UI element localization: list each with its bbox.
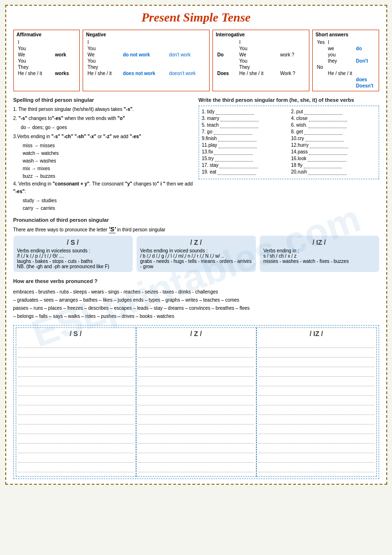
rule-3-buzz: buzz → buzzes (23, 173, 194, 180)
write-line-iz-11 (259, 436, 374, 444)
pron-they: They (17, 64, 54, 70)
exercise-title: Write the third person singular form (he… (199, 97, 379, 103)
write-line-s-9 (18, 417, 134, 424)
pronunciation-boxes: / S / Verbs ending in voiceless sounds :… (13, 236, 379, 272)
sa-he-she: He / she / it (327, 70, 355, 76)
pron-examples-iz: misses - washes - watch - fixes - buzzes (264, 259, 375, 264)
exercise-box: 1. tidy 2. put 3. marry 4. close 5. teac… (199, 106, 379, 179)
write-line-z-7 (138, 398, 254, 405)
ex-row-2: 3. marry 4. close (202, 116, 376, 121)
ex-item-20: 20.rush (291, 169, 376, 175)
verb-list-title: How are these verbs pronunced ? (13, 277, 379, 286)
sa-pron-you: you (327, 52, 355, 58)
bottom-col-iz-title: / IZ / (259, 330, 374, 337)
affirmative-box: Affirmative I You Wework You They He / s… (13, 30, 80, 91)
write-line-z-2 (138, 350, 254, 358)
int-pron-you: You (238, 45, 279, 52)
int-pron-you2: You (238, 58, 279, 64)
neg-pron-he: He / she / it (86, 70, 121, 76)
grammar-tables: Affirmative I You Wework You They He / s… (13, 30, 379, 91)
doesnt-work: doesn't work (168, 70, 206, 76)
write-line-iz-13 (259, 455, 374, 463)
rule-3-mix: mix → mixes (23, 165, 194, 173)
sa-doesnt: Doesn't (355, 83, 376, 89)
rule-2: 2. "-s" changes to"-es" when the verb en… (13, 115, 194, 122)
sa-pron-they: they (327, 58, 355, 64)
write-line-s-3 (18, 359, 134, 367)
negative-header: Negative (86, 32, 206, 37)
ex-row-3: 5. teach 6. wish. (202, 122, 376, 128)
verb-list-line3: passes – runs – places – freezes – descr… (13, 304, 379, 312)
ex-item-6: 6. wish. (291, 122, 376, 128)
ex-item-2: 2. put (291, 109, 376, 115)
ex-row-4: 7. go 8. get (202, 129, 376, 135)
write-line-s-13 (18, 455, 134, 463)
neg-pron-we: We (86, 52, 121, 58)
write-line-iz-8 (259, 407, 374, 415)
write-line-iz-10 (259, 426, 374, 434)
write-line-z-10 (138, 426, 254, 434)
int-pron-they: They (238, 64, 279, 70)
letter-s: S (110, 226, 115, 233)
pron-we: We (17, 52, 54, 58)
exercise-section: Write the third person singular form (he… (199, 97, 379, 212)
pron-phonemes-iz: s / sh / ch / x / z (264, 253, 375, 259)
write-line-z-4 (138, 369, 254, 377)
page-title: Present Simple Tense (13, 11, 379, 25)
spelling-rules: 1. The third person singular (he/she/it)… (13, 106, 194, 212)
pron-box-iz: / IZ / Verbs ending in : s / sh / ch / x… (260, 236, 379, 272)
sa-dont: Don't (355, 58, 376, 64)
ex-item-9: 9.finish (202, 136, 286, 141)
ex-item-13: 13.fix (202, 149, 286, 155)
ex-item-19: 19. eat (202, 169, 286, 175)
pron-note-s: NB. (the -gh and -ph are pronounced like… (17, 264, 129, 269)
write-line-s-6 (18, 388, 134, 396)
pron-symbol-z: / Z / (140, 239, 252, 246)
verb-list-line2: – graduates – sees – arranges – bathes –… (13, 296, 379, 304)
ex-item-18: 18 fly (291, 163, 376, 168)
verb-works: works (53, 70, 76, 76)
write-line-z-11 (138, 436, 254, 444)
bottom-col-z-title: / Z / (138, 330, 254, 337)
sa-pron-i: I (327, 39, 355, 45)
negative-box: Negative I You Wedo not workdon't work Y… (83, 30, 210, 91)
write-line-iz-2 (259, 350, 374, 358)
yes-label: Yes (316, 39, 327, 64)
verb-list-line4: – belongs – falls – says – walks – rides… (13, 312, 379, 320)
write-line-iz-1 (259, 340, 374, 348)
do-label: Do (216, 39, 238, 70)
pron-you: You (17, 45, 54, 52)
rule-4: 4. Verbs ending in "consonant + y". The … (13, 180, 194, 196)
ex-row-8: 15.try 16.look (202, 156, 376, 162)
write-line-s-4 (18, 369, 134, 377)
verb-work: work (53, 52, 76, 58)
write-line-s-12 (18, 446, 134, 453)
affirmative-header: Affirmative (17, 32, 77, 37)
pron-box-s: / S / Verbs ending in voiceless sounds :… (13, 236, 133, 272)
pron-examples-s: laughs - bakes - stops - cuts - baths (17, 259, 129, 264)
neg-pron-you: You (86, 45, 121, 52)
write-line-s-14 (18, 465, 134, 472)
verb-list-section: How are these verbs pronunced ? embraces… (13, 277, 379, 320)
ex-item-16: 16.look (291, 156, 376, 162)
ex-item-11: 11.play (202, 142, 286, 148)
main-page: ESLprintables.com Present Simple Tense A… (5, 5, 387, 485)
rule-4-carry: carry → carries (23, 205, 194, 212)
two-col-section: Spelling of third person singular 1. The… (13, 97, 379, 212)
pron-phonemes-z: / b /,/ d /,/ g /,/ l /,/ m/,/ n /,/ r /… (140, 253, 252, 259)
write-line-z-5 (138, 379, 254, 386)
ex-item-5: 5. teach (202, 122, 286, 128)
neg-pron-they: They (86, 64, 121, 70)
work-q2: Work ? (279, 70, 306, 76)
write-line-s-10 (18, 426, 134, 434)
write-line-iz-7 (259, 398, 374, 405)
rule-3: 3.Verbs ending in "-s" "-ch" "-sh" "-x" … (13, 133, 194, 141)
ex-item-7: 7. go (202, 129, 286, 135)
write-line-s-8 (18, 407, 134, 415)
ex-item-10: 10.cry (291, 136, 376, 141)
write-line-z-9 (138, 417, 254, 424)
bottom-col-s: / S / (16, 327, 136, 477)
bottom-col-s-title: / S / (18, 330, 134, 337)
write-line-iz-14 (259, 465, 374, 472)
write-line-iz-12 (259, 446, 374, 453)
